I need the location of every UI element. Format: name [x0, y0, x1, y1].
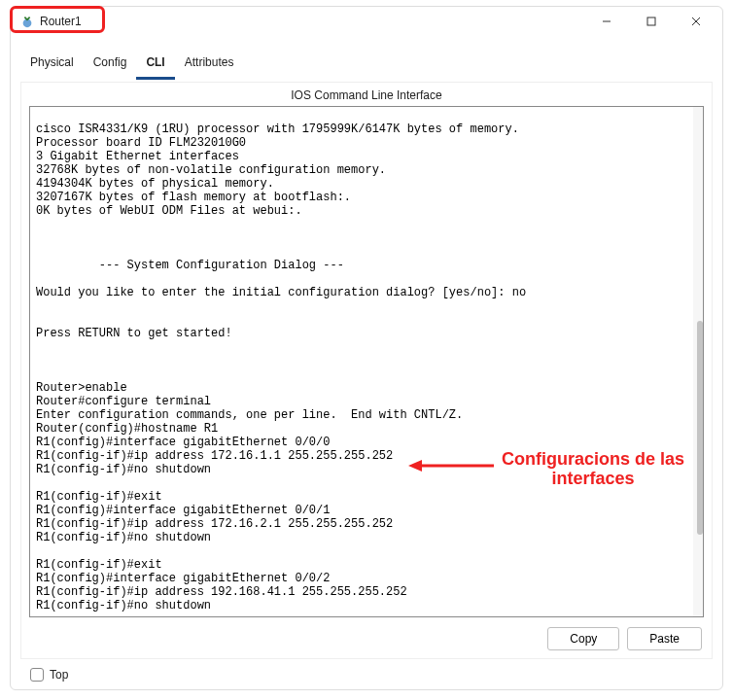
window-buttons	[584, 7, 718, 36]
tab-physical[interactable]: Physical	[20, 50, 84, 80]
cli-output-wrap: cisco ISR4331/K9 (1RU) processor with 17…	[29, 106, 704, 617]
footer: Top	[20, 660, 733, 689]
svg-rect-2	[647, 18, 655, 25]
scrollbar-track[interactable]	[693, 107, 703, 616]
cli-panel: IOS Command Line Interface cisco ISR4331…	[20, 82, 713, 659]
minimize-button[interactable]	[584, 7, 629, 36]
paste-button[interactable]: Paste	[627, 627, 702, 650]
copy-button[interactable]: Copy	[547, 627, 619, 650]
tabs: Physical Config CLI Attributes	[11, 50, 722, 80]
scrollbar-thumb[interactable]	[697, 321, 703, 535]
close-button[interactable]	[674, 7, 718, 36]
top-checkbox[interactable]	[30, 668, 44, 682]
maximize-button[interactable]	[629, 7, 674, 36]
tab-cli[interactable]: CLI	[136, 50, 174, 80]
cli-output[interactable]: cisco ISR4331/K9 (1RU) processor with 17…	[30, 119, 703, 617]
tab-attributes[interactable]: Attributes	[175, 50, 244, 80]
router-icon	[20, 15, 34, 28]
button-row: Copy Paste	[21, 627, 702, 650]
tab-config[interactable]: Config	[84, 50, 137, 80]
top-label: Top	[50, 668, 68, 682]
router-window: Router1 Physical Config CLI Attributes I…	[10, 6, 723, 690]
titlebar: Router1	[11, 7, 722, 36]
panel-title: IOS Command Line Interface	[21, 88, 712, 102]
window-title: Router1	[40, 15, 82, 28]
